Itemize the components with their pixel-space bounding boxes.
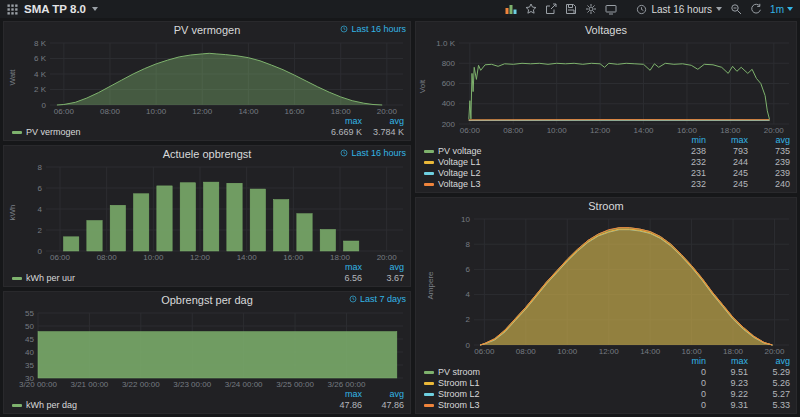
panel-header[interactable]: Voltages (416, 22, 796, 38)
legend-series-toggle[interactable]: Voltage L3 (424, 179, 664, 190)
legend-series-toggle[interactable]: PV vermogen (12, 127, 320, 138)
chevron-down-icon[interactable] (92, 7, 98, 11)
legend-stat-header[interactable]: avg (748, 135, 790, 146)
refresh-icon[interactable] (750, 3, 762, 15)
panel-actuele-opbrengst: Actuele opbrengst Last 16 hours kWh 06:0… (3, 145, 411, 287)
svg-text:18:00: 18:00 (723, 347, 744, 356)
panel-title[interactable]: Actuele opbrengst (163, 148, 252, 160)
svg-text:6: 6 (38, 184, 43, 193)
legend-stat-value: 0 (664, 367, 706, 378)
legend-stat-value: 5.33 (748, 400, 790, 411)
refresh-interval-picker[interactable]: 1m (770, 4, 793, 15)
svg-text:0: 0 (466, 341, 471, 350)
legend-pv-vermogen: maxavgPV vermogen6.669 K3.784 K (4, 116, 410, 140)
legend-stat-header[interactable]: avg (748, 356, 790, 367)
panel-opbrengst-per-dag: Opbrengst per dag Last 7 days 3/20 00:00… (3, 291, 411, 414)
svg-text:40: 40 (25, 348, 34, 357)
add-panel-icon[interactable] (505, 3, 517, 15)
legend-stat-header[interactable]: avg (362, 116, 404, 127)
svg-text:12:00: 12:00 (590, 126, 611, 135)
panel-title[interactable]: Voltages (585, 24, 627, 36)
legend-stat-value: 3.784 K (362, 127, 404, 138)
y-axis-label: Ampere (416, 214, 444, 356)
chart-voltages[interactable]: 06:0008:0010:0012:0014:0016:0018:0020:00… (429, 38, 796, 135)
svg-text:16:00: 16:00 (677, 126, 698, 135)
svg-text:6 K: 6 K (34, 54, 47, 63)
legend-series-toggle[interactable]: Voltage L1 (424, 157, 664, 168)
svg-text:18:00: 18:00 (331, 107, 352, 116)
time-range-picker[interactable]: Last 16 hours (636, 4, 722, 15)
svg-text:20:00: 20:00 (377, 107, 398, 116)
legend-series-toggle[interactable]: PV stroom (424, 367, 664, 378)
svg-text:10:00: 10:00 (146, 107, 167, 116)
legend-opbrengst-per-dag: maxavgkWh per dag47.8647.86 (4, 389, 410, 413)
navbar: SMA TP 8.0 Las (0, 0, 800, 18)
chart-actuele-opbrengst[interactable]: 06:0008:0010:0012:0014:0016:0018:0020:00… (20, 162, 410, 262)
panel-title[interactable]: PV vermogen (174, 24, 241, 36)
panel-header[interactable]: PV vermogen Last 16 hours (4, 22, 410, 38)
svg-text:10: 10 (461, 215, 470, 224)
legend-series-toggle[interactable]: Voltage L2 (424, 168, 664, 179)
legend-stat-header[interactable]: max (320, 389, 362, 400)
svg-text:200: 200 (442, 120, 456, 129)
star-icon[interactable] (525, 3, 537, 15)
legend-series-toggle[interactable]: PV voltage (424, 146, 664, 157)
zoom-out-icon[interactable] (730, 3, 742, 15)
legend-stat-header[interactable]: avg (362, 262, 404, 273)
panel-title[interactable]: Opbrengst per dag (161, 294, 253, 306)
settings-gear-icon[interactable] (585, 3, 597, 15)
tv-mode-icon[interactable] (605, 3, 617, 15)
legend-stat-value: 5.29 (748, 367, 790, 378)
legend-series-toggle[interactable]: Stroom L1 (424, 378, 664, 389)
legend-series-toggle[interactable]: Stroom L3 (424, 400, 664, 411)
legend-stat-value: 245 (706, 168, 748, 179)
time-range-label: Last 16 hours (651, 4, 712, 15)
chart-stroom[interactable]: 06:0008:0010:0012:0014:0016:0018:0020:00… (444, 214, 796, 356)
svg-text:08:00: 08:00 (504, 126, 525, 135)
legend-series-toggle[interactable]: kWh per uur (12, 273, 320, 284)
legend-stat-header[interactable]: max (320, 116, 362, 127)
svg-text:2: 2 (38, 226, 43, 235)
legend-stat-value: 735 (748, 146, 790, 157)
legend-stat-value: 0 (664, 378, 706, 389)
y-axis-label: Volt (416, 38, 429, 135)
series-color-marker (424, 183, 434, 186)
svg-text:3/26 00:00: 3/26 00:00 (328, 380, 366, 389)
svg-text:3/23 00:00: 3/23 00:00 (173, 380, 211, 389)
panel-header[interactable]: Stroom (416, 198, 796, 214)
svg-text:1.0 K: 1.0 K (437, 39, 456, 48)
chart-pv-vermogen[interactable]: 06:0008:0010:0012:0014:0016:0018:0020:00… (20, 38, 410, 116)
panel-title[interactable]: Stroom (588, 200, 623, 212)
svg-text:10:00: 10:00 (547, 126, 568, 135)
svg-text:2: 2 (466, 315, 471, 324)
legend-stat-value: 232 (664, 157, 706, 168)
series-color-marker (12, 131, 22, 134)
save-icon[interactable] (565, 3, 577, 15)
chevron-down-icon (716, 7, 722, 11)
legend-stat-value: 793 (706, 146, 748, 157)
svg-text:12:00: 12:00 (192, 107, 213, 116)
svg-text:4: 4 (38, 205, 43, 214)
legend-stat-header[interactable]: max (320, 262, 362, 273)
svg-text:50: 50 (25, 322, 34, 331)
legend-series-toggle[interactable]: kWh per dag (12, 400, 320, 411)
legend-stat-header[interactable]: min (664, 356, 706, 367)
legend-stat-header[interactable]: max (706, 135, 748, 146)
legend-stat-header[interactable]: max (706, 356, 748, 367)
clock-icon (636, 4, 647, 15)
legend-series-toggle[interactable]: Stroom L2 (424, 389, 664, 400)
dashboard-title[interactable]: SMA TP 8.0 (24, 3, 86, 15)
svg-text:20:00: 20:00 (764, 126, 785, 135)
legend-stat-header[interactable]: min (664, 135, 706, 146)
series-color-marker (424, 172, 434, 175)
panel-header[interactable]: Actuele opbrengst Last 16 hours (4, 146, 410, 162)
share-icon[interactable] (545, 3, 557, 15)
svg-text:0: 0 (42, 101, 47, 110)
legend-stat-header[interactable]: avg (362, 389, 404, 400)
panel-header[interactable]: Opbrengst per dag Last 7 days (4, 292, 410, 308)
navbar-right: Last 16 hours 1m (505, 3, 793, 15)
time-badge-label: Last 16 hours (351, 148, 406, 158)
apps-menu-icon[interactable] (7, 4, 18, 15)
chart-opbrengst-per-dag[interactable]: 3/20 00:003/21 00:003/22 00:003/23 00:00… (16, 308, 410, 389)
legend-stat-value: 9.22 (706, 389, 748, 400)
